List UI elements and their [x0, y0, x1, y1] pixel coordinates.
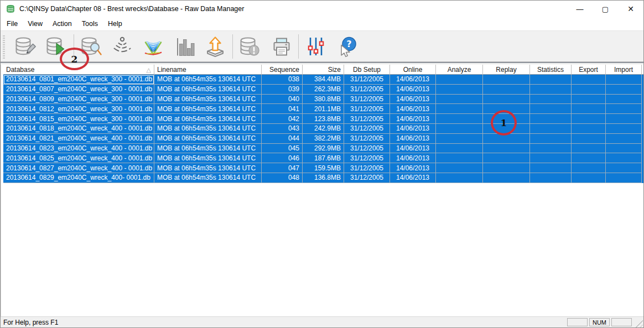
callout-circle-1: 1 — [491, 110, 517, 136]
cell-export — [572, 75, 606, 85]
menu-item-file[interactable]: File — [2, 18, 23, 29]
cell-size: 382.2MB — [303, 134, 344, 144]
cell-statistics — [530, 144, 572, 154]
column-header-import[interactable]: Import — [606, 65, 642, 75]
cell-linename: MOB at 06h54m35s 130614 UTC — [154, 153, 262, 163]
toolbar-button-database-alert[interactable] — [237, 33, 263, 60]
resize-grip[interactable] — [635, 319, 643, 327]
table-row[interactable]: 20130614_0829_em2040C_wreck_400- 0001.db… — [3, 173, 643, 183]
cell-db_setup: 31/12/2005 — [344, 95, 390, 105]
callout-number: 2 — [71, 54, 78, 65]
menu-item-help[interactable]: Help — [103, 18, 127, 29]
menu-item-view[interactable]: View — [23, 18, 48, 29]
cell-linename: MOB at 06h54m35s 130614 UTC — [154, 114, 262, 124]
column-header-export[interactable]: Export — [572, 65, 606, 75]
table-row[interactable]: 20130614_0823_em2040C_wreck_400 - 0001.d… — [3, 144, 643, 154]
table-row[interactable]: 20130614_0818_em2040C_wreck_400 - 0001.d… — [3, 124, 643, 134]
table-row[interactable]: 20130614_0807_em2040C_wreck_300 - 0001.d… — [3, 85, 643, 95]
cell-size: 380.8MB — [303, 95, 344, 105]
toolbar-group — [79, 33, 228, 60]
cell-import — [606, 95, 642, 105]
cell-database: 20130614_0815_em2040C_wreck_300 - 0001.d… — [3, 114, 154, 124]
cell-linename: MOB at 06h54m35s 130614 UTC — [154, 85, 262, 95]
menu-item-tools[interactable]: Tools — [77, 18, 103, 29]
column-header-db_setup[interactable]: Db Setup — [344, 65, 390, 75]
cell-database: 20130614_0812_em2040C_wreck_300 - 0001.d… — [3, 104, 154, 114]
column-header-online[interactable]: Online — [390, 65, 436, 75]
cell-analyze — [436, 75, 483, 85]
column-header-label: Linename — [157, 66, 186, 74]
cell-database: 20130614_0829_em2040C_wreck_400- 0001.db — [3, 173, 154, 183]
toolbar-button-context-help[interactable] — [334, 33, 360, 60]
table-row[interactable]: 20130614_0812_em2040C_wreck_300 - 0001.d… — [3, 104, 643, 114]
column-header-label: Import — [614, 66, 633, 74]
cell-import — [606, 153, 642, 163]
cell-replay — [483, 75, 530, 85]
maximize-button[interactable]: ▢ — [593, 1, 618, 17]
cell-db_setup: 31/12/2005 — [344, 173, 390, 183]
cell-export — [572, 134, 606, 144]
cell-statistics — [530, 114, 572, 124]
status-panel — [567, 318, 588, 326]
raw-data-manager-window: { "window": { "title": "C:\\QINSy Data\\… — [0, 0, 644, 328]
column-header-linename[interactable]: Linename — [154, 65, 262, 75]
status-panel-num: NUM — [589, 318, 610, 326]
cell-db_setup: 31/12/2005 — [344, 144, 390, 154]
cell-linename: MOB at 06h54m35s 130614 UTC — [154, 163, 262, 173]
toolbar-separator — [298, 34, 299, 59]
table-row[interactable]: 20130614_0825_em2040C_wreck_400 - 0001.d… — [3, 153, 643, 163]
cell-online: 14/06/2013 — [390, 144, 436, 154]
column-header-replay[interactable]: Replay — [483, 65, 530, 75]
menu-item-action[interactable]: Action — [48, 18, 77, 29]
toolbar-button-filter-sliders[interactable] — [303, 33, 329, 60]
table-row[interactable]: 20130614_0827_em2040C_wreck_400 - 0001.d… — [3, 163, 643, 173]
table-row[interactable]: 20130614_0801_em2040C_wreck_300 - 0001.d… — [3, 75, 643, 85]
export-data-icon — [204, 35, 226, 58]
cell-analyze — [436, 163, 483, 173]
cell-linename: MOB at 06h54m35s 130614 UTC — [154, 75, 262, 85]
cell-export — [572, 153, 606, 163]
table-row[interactable]: 20130614_0821_em2040C_wreck_400 - 0001.d… — [3, 134, 643, 144]
toolbar-gripper[interactable] — [3, 35, 5, 59]
cell-statistics — [530, 153, 572, 163]
cell-sequence: 046 — [262, 153, 303, 163]
cell-statistics — [530, 124, 572, 134]
cell-database: 20130614_0809_em2040C_wreck_300 - 0001.d… — [3, 95, 154, 105]
column-header-statistics[interactable]: Statistics — [530, 65, 572, 75]
cell-replay — [483, 95, 530, 105]
cell-statistics — [530, 173, 572, 183]
status-message: For Help, press F1 — [3, 319, 567, 326]
cell-sequence: 042 — [262, 114, 303, 124]
toolbar-button-sonar-ping[interactable] — [110, 33, 135, 60]
close-button[interactable]: ✕ — [618, 1, 643, 17]
column-header-size[interactable]: Size — [303, 65, 344, 75]
cell-export — [572, 163, 606, 173]
minimize-button[interactable]: — — [567, 1, 593, 17]
toolbar-button-printer[interactable] — [268, 33, 294, 60]
toolbar-button-multibeam-swath[interactable] — [141, 33, 166, 60]
column-header-analyze[interactable]: Analyze — [436, 65, 483, 75]
database-table: Database△LinenameSequenceSizeDb SetupOnl… — [1, 65, 643, 316]
cell-size: 159.5MB — [303, 163, 344, 173]
cell-import — [606, 104, 642, 114]
table-row[interactable]: 20130614_0815_em2040C_wreck_300 - 0001.d… — [3, 114, 643, 124]
cell-replay — [483, 153, 530, 163]
toolbar-button-export-data[interactable] — [202, 33, 228, 60]
cell-database: 20130614_0807_em2040C_wreck_300 - 0001.d… — [3, 85, 154, 95]
cell-size: 136.8MB — [303, 173, 344, 183]
toolbar-button-database-edit[interactable] — [13, 33, 38, 60]
cell-import — [606, 134, 642, 144]
column-header-sequence[interactable]: Sequence — [262, 65, 303, 75]
status-bar: For Help, press F1 NUM — [1, 316, 643, 327]
cell-online: 14/06/2013 — [390, 124, 436, 134]
cell-database: 20130614_0821_em2040C_wreck_400 - 0001.d… — [3, 134, 154, 144]
table-row[interactable]: 20130614_0809_em2040C_wreck_300 - 0001.d… — [3, 95, 643, 105]
cell-online: 14/06/2013 — [390, 95, 436, 105]
database-alert-icon — [239, 35, 261, 58]
cell-database: 20130614_0823_em2040C_wreck_400 - 0001.d… — [3, 144, 154, 154]
toolbar-button-statistics-chart[interactable] — [172, 33, 197, 60]
cell-analyze — [436, 134, 483, 144]
column-header-label: Online — [403, 66, 423, 74]
callout-number: 1 — [501, 117, 507, 128]
cell-online: 14/06/2013 — [390, 75, 436, 85]
